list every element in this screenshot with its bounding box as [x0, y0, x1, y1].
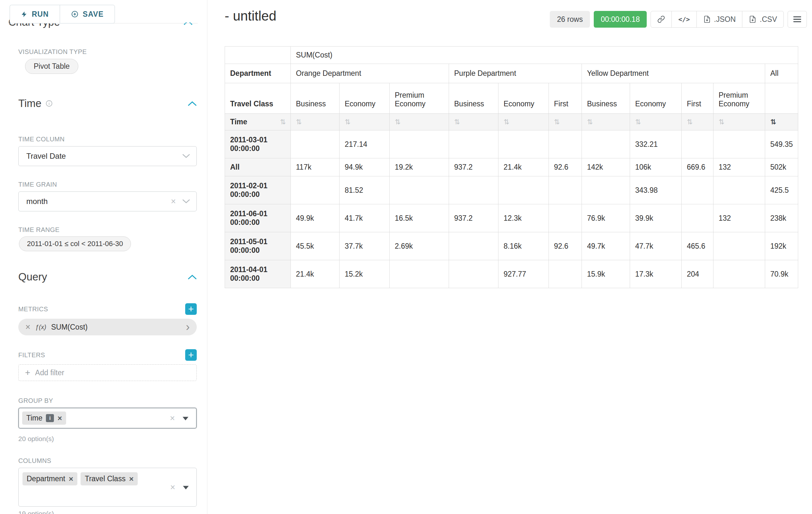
sort-icon[interactable]: ⇅ [770, 118, 776, 126]
time-grain-label: TIME GRAIN [18, 181, 197, 188]
cell: 81.52 [340, 177, 389, 204]
sort-icon[interactable]: ⇅ [635, 118, 641, 126]
cell [389, 177, 449, 204]
clear-icon[interactable]: × [170, 414, 175, 423]
remove-tag-icon[interactable]: × [129, 475, 134, 483]
link-icon [657, 16, 665, 23]
sort-icon[interactable]: ⇅ [554, 118, 560, 126]
selected-option-tag[interactable]: Department× [23, 472, 77, 485]
remove-metric-icon[interactable]: × [25, 323, 30, 331]
columns-options-hint: 19 option(s) [18, 510, 197, 514]
add-metric-button[interactable]: + [185, 303, 197, 315]
metric-pill[interactable]: × ƒ(x) SUM(Cost) › [18, 319, 197, 335]
time-grain-select[interactable]: month × [18, 191, 197, 211]
copy-link-button[interactable] [650, 11, 672, 28]
pivot-table: SUM(Cost)DepartmentOrange DepartmentPurp… [225, 46, 798, 288]
sort-icon[interactable]: ⇅ [454, 118, 460, 126]
column-header: Economy [630, 83, 682, 114]
cell: 47.7k [630, 232, 682, 260]
cell: 142k [582, 158, 630, 177]
cell [714, 232, 765, 260]
cell: 70.9k [765, 260, 798, 288]
sort-cell: ⇅ [389, 114, 449, 130]
run-button[interactable]: RUN [10, 5, 60, 23]
view-query-button[interactable]: </> [671, 11, 696, 28]
collapse-section-icon[interactable] [188, 101, 197, 106]
cell: 465.6 [682, 232, 714, 260]
cell: 21.4k [291, 260, 340, 288]
cell: 19.2k [389, 158, 449, 177]
code-icon: </> [678, 16, 690, 23]
sort-icon[interactable]: ⇅ [687, 118, 693, 126]
cell: 238k [765, 204, 798, 232]
cell [389, 260, 449, 288]
column-header: First [682, 83, 714, 114]
time-range-pill[interactable]: 2011-01-01 ≤ col < 2011-06-30 [19, 237, 131, 251]
tag-label: Time [26, 414, 42, 423]
group-by-options-hint: 20 option(s) [18, 435, 197, 443]
cell: 425.5 [765, 177, 798, 204]
sort-icon[interactable]: ⇅ [345, 118, 350, 126]
menu-button[interactable] [788, 11, 807, 28]
cell: 937.2 [449, 158, 498, 177]
viz-type-pill[interactable]: Pivot Table [25, 59, 78, 74]
caret-down-icon[interactable] [183, 417, 188, 420]
control-panel: Chart Type RUN SAVE VISUALIZATION TYPE P… [0, 0, 207, 514]
row-count-badge: 26 rows [550, 11, 590, 28]
export-csv-button[interactable]: .CSV [742, 11, 784, 28]
collapse-section-icon[interactable] [188, 274, 197, 280]
export-json-button[interactable]: .JSON [696, 11, 743, 28]
save-button[interactable]: SAVE [60, 5, 115, 23]
sort-icon[interactable]: ⇅ [280, 118, 286, 126]
column-header [765, 83, 798, 114]
row-header: 2011-03-01 00:00:00 [225, 130, 291, 158]
tag-label: Department [27, 475, 65, 483]
columns-select[interactable]: Department×Travel Class× × [18, 468, 197, 507]
metric-name: SUM(Cost) [51, 323, 88, 331]
chevron-up-icon [183, 23, 193, 25]
selected-option-tag[interactable]: Timei× [22, 411, 66, 425]
sort-icon[interactable]: ⇅ [503, 118, 509, 126]
run-save-group: RUN SAVE [10, 5, 115, 23]
time-column-select[interactable]: Travel Date [18, 146, 197, 166]
chevron-down-icon [182, 199, 190, 204]
sort-icon[interactable]: ⇅ [719, 118, 724, 126]
remove-tag-icon[interactable]: × [69, 475, 73, 483]
clear-icon[interactable]: × [171, 197, 176, 206]
sort-icon[interactable]: ⇅ [395, 118, 401, 126]
cell: 15.2k [340, 260, 389, 288]
chevron-down-icon [182, 154, 190, 159]
visualization-type-label: VISUALIZATION TYPE [18, 48, 197, 56]
sort-icon[interactable]: ⇅ [587, 118, 593, 126]
selected-option-tag[interactable]: Travel Class× [81, 472, 138, 485]
column-header: First [549, 83, 582, 114]
table-row: 2011-05-01 00:00:0045.5k37.7k2.69k8.16k9… [225, 232, 798, 260]
caret-down-icon[interactable] [183, 486, 189, 489]
cell: 45.5k [291, 232, 340, 260]
cell: 502k [765, 158, 798, 177]
info-icon[interactable]: i [46, 414, 54, 422]
sort-cell: ⇅ [765, 114, 798, 130]
add-filter-plus-button[interactable]: + [185, 349, 197, 361]
sort-icon[interactable]: ⇅ [296, 118, 302, 126]
time-range-label: TIME RANGE [18, 226, 197, 234]
cell [449, 177, 498, 204]
cell [449, 232, 498, 260]
group-by-pills: Timei× [22, 411, 66, 425]
chevron-right-icon[interactable]: › [186, 323, 190, 332]
cell [389, 130, 449, 158]
cell: 39.9k [630, 204, 682, 232]
chevron-up-icon [188, 274, 197, 280]
cell [449, 260, 498, 288]
clear-icon[interactable]: × [170, 483, 175, 491]
pivot-corner-cell [225, 47, 291, 64]
sort-row: Time⇅⇅⇅⇅⇅⇅⇅⇅⇅⇅⇅⇅ [225, 114, 798, 130]
chart-type-collapse-icon[interactable] [183, 23, 194, 26]
cell: 937.2 [449, 204, 498, 232]
group-by-select[interactable]: Timei× × [18, 408, 197, 429]
column-group-header: Purple Department [449, 64, 582, 83]
cell [682, 204, 714, 232]
add-filter-button[interactable]: + Add filter [18, 364, 197, 381]
cell [549, 260, 582, 288]
remove-tag-icon[interactable]: × [57, 414, 62, 422]
